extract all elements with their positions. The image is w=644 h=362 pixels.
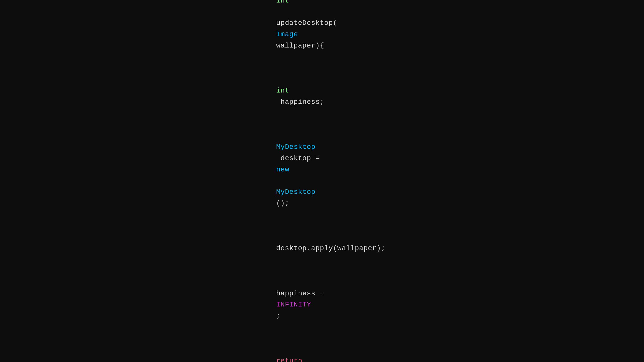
method-name: updateDesktop( <box>276 19 337 27</box>
happiness-assign: happiness = <box>276 290 329 297</box>
code-line-4: desktop.apply(wallpaper); <box>259 220 385 265</box>
apply-call: desktop.apply(wallpaper); <box>276 244 385 252</box>
happiness-decl: happiness; <box>276 98 324 106</box>
indent-5 <box>276 278 311 286</box>
infinity-constant: INFINITY <box>276 301 311 308</box>
indent-6 <box>276 346 311 354</box>
desktop-equals: desktop = <box>276 154 324 162</box>
class-image: Image <box>276 30 298 38</box>
indent-3 <box>276 132 311 140</box>
param-wallpaper: wallpaper){ <box>276 42 324 50</box>
keyword-return: return <box>276 357 302 362</box>
space-new <box>276 177 280 185</box>
ctor-call: (); <box>276 199 289 207</box>
code-line-2: int happiness; <box>259 63 385 119</box>
code-line-3: MyDesktop desktop = new MyDesktop (); <box>259 119 385 220</box>
keyword-int-var: int <box>276 87 289 95</box>
code-line-5: happiness = INFINITY ; <box>259 265 385 333</box>
indent-4 <box>276 233 311 241</box>
space-3 <box>276 8 280 16</box>
semicolon-5: ; <box>276 312 280 320</box>
code-line-1: private static int updateDesktop( Image … <box>259 0 385 63</box>
class-mydesktop-type: MyDesktop <box>276 143 315 151</box>
class-mydesktop-ctor: MyDesktop <box>276 188 315 196</box>
code-line-6: return happiness; <box>259 333 385 362</box>
indent-2 <box>276 75 311 83</box>
keyword-new: new <box>276 166 289 173</box>
code-display: private static int updateDesktop( Image … <box>259 0 385 362</box>
keyword-int-return-type: int <box>276 0 289 5</box>
